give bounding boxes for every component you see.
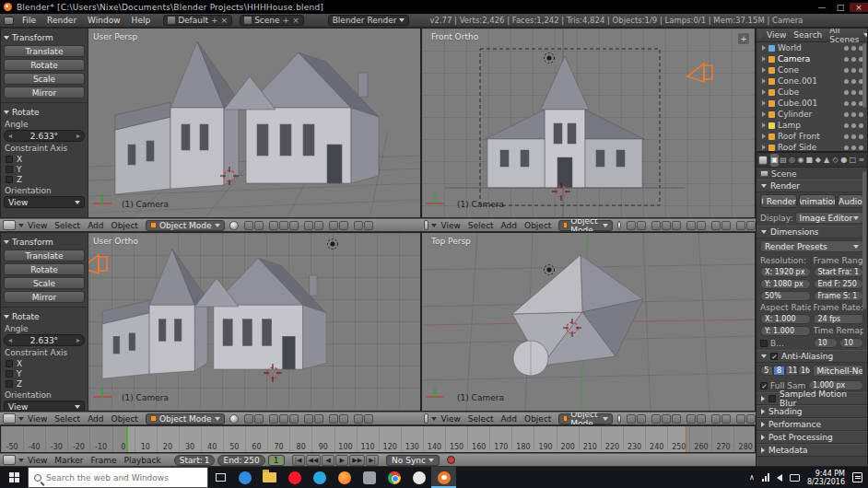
- mode-dropdown[interactable]: Object Mode: [146, 413, 225, 424]
- magnet-icon[interactable]: [711, 221, 721, 230]
- display-dropdown[interactable]: Image Editor: [795, 212, 863, 224]
- view-menu[interactable]: View: [24, 414, 51, 424]
- object-name[interactable]: Cylinder: [778, 110, 844, 119]
- editor-type-icon[interactable]: [758, 156, 768, 165]
- select-menu[interactable]: Select: [464, 414, 498, 424]
- layers-icon[interactable]: [304, 221, 313, 230]
- viewport-top-persp[interactable]: Top Persp (1) Camera: [421, 232, 756, 412]
- taskbar-app-explorer[interactable]: [257, 467, 282, 488]
- mode-dropdown[interactable]: Object Mode: [558, 413, 612, 424]
- playback-menu[interactable]: Playback: [121, 456, 165, 465]
- editor-type-icon[interactable]: [3, 220, 16, 230]
- render-panel-header[interactable]: Render: [757, 180, 867, 192]
- visibility-icon[interactable]: [844, 123, 849, 128]
- lamp-object[interactable]: [328, 239, 338, 250]
- magnet-icon[interactable]: [329, 221, 338, 230]
- translate-manipulator-icon[interactable]: [269, 221, 278, 230]
- constraint-z-checkbox[interactable]: Z: [6, 378, 85, 389]
- prev-keyframe-button[interactable]: ◀◀: [306, 455, 322, 466]
- object-name[interactable]: Camera: [778, 54, 844, 64]
- select-menu[interactable]: Select: [51, 221, 84, 230]
- viewport-shading-icon[interactable]: [617, 221, 621, 230]
- outliner-item-cube[interactable]: Cube: [757, 87, 867, 98]
- object-name[interactable]: Roof Front: [778, 132, 844, 141]
- restrict-icons[interactable]: [844, 57, 863, 62]
- action-center-icon[interactable]: [852, 472, 862, 482]
- viewport-user-persp[interactable]: Transform Translate Rotate Scale Mirror …: [0, 28, 421, 218]
- taskbar-app-chrome[interactable]: [381, 467, 406, 488]
- tab-world[interactable]: ◉: [797, 154, 804, 167]
- mode-dropdown[interactable]: Object Mode: [146, 220, 225, 231]
- tab-render-layers[interactable]: ▤: [780, 154, 787, 167]
- rotate-manipulator-icon[interactable]: [279, 414, 288, 424]
- opengl-anim-icon[interactable]: [746, 221, 756, 230]
- viewport-shading-icon[interactable]: [617, 414, 621, 424]
- view-menu[interactable]: View: [24, 456, 51, 465]
- renderability-icon[interactable]: [859, 112, 863, 117]
- rotate-manipulator-icon[interactable]: [662, 414, 671, 424]
- transform-manipulator-icons[interactable]: [651, 221, 681, 230]
- editor-type-icon[interactable]: [424, 413, 428, 424]
- scale-button[interactable]: Scale: [4, 73, 85, 85]
- record-button[interactable]: [447, 456, 455, 464]
- add-menu[interactable]: Add: [498, 221, 521, 230]
- volume-icon[interactable]: [777, 474, 782, 482]
- snap-element-icon[interactable]: [339, 414, 348, 424]
- house-model[interactable]: [102, 249, 326, 378]
- add-menu[interactable]: Add: [84, 414, 107, 424]
- performance-panel-header[interactable]: Performance: [757, 418, 867, 431]
- visibility-icon[interactable]: [844, 79, 849, 84]
- sampled-motion-blur-panel-header[interactable]: Sampled Motion Blur: [757, 392, 867, 405]
- visibility-icon[interactable]: [844, 101, 849, 106]
- render-shortcut-icons[interactable]: [354, 221, 373, 230]
- tab-object[interactable]: ■: [805, 154, 813, 167]
- frame-rate-dropdown[interactable]: 24 fps: [814, 314, 864, 324]
- timeline-editor[interactable]: -50-40-30-20-100102030405060708090100110…: [0, 425, 756, 453]
- pivot-icons[interactable]: [244, 221, 264, 230]
- region-expand-button[interactable]: +: [738, 33, 749, 44]
- scrollbar[interactable]: [862, 171, 866, 309]
- editor-type-icon[interactable]: [759, 30, 761, 40]
- layer-icons[interactable]: [686, 414, 706, 424]
- house-model[interactable]: [115, 41, 379, 194]
- restrict-icons[interactable]: [844, 101, 863, 106]
- renderability-icon[interactable]: [859, 145, 863, 150]
- transform-panel-header[interactable]: Transform: [4, 32, 85, 43]
- task-view-button[interactable]: [208, 467, 232, 488]
- taskbar-app-edge[interactable]: [232, 467, 257, 488]
- object-name[interactable]: Cone.001: [778, 76, 844, 86]
- taskbar-app-store[interactable]: [357, 467, 381, 488]
- taskbar-app-opera[interactable]: [282, 467, 307, 488]
- visibility-icon[interactable]: [844, 112, 849, 117]
- scrollbar[interactable]: [862, 43, 866, 108]
- outliner-item-roof-front[interactable]: Roof Front: [757, 131, 867, 142]
- pivot-icon[interactable]: [244, 414, 253, 424]
- snap-icons[interactable]: [711, 414, 731, 424]
- selectability-icon[interactable]: [851, 57, 856, 62]
- pivot-icon[interactable]: [244, 221, 253, 230]
- aa-filter-dropdown[interactable]: Mitchell-Ne: [813, 365, 863, 377]
- scene-selector[interactable]: Scene + ×: [240, 15, 304, 26]
- viewport-front-ortho[interactable]: Front Ortho (1) Camera +: [421, 28, 756, 218]
- viewport-shading-icon[interactable]: [229, 221, 239, 230]
- viewport-shading-icon[interactable]: [229, 414, 239, 424]
- manipulator-icon[interactable]: [637, 221, 646, 230]
- taskbar-app-firefox[interactable]: [332, 467, 357, 488]
- visibility-icon[interactable]: [844, 46, 849, 51]
- scale-manipulator-icon[interactable]: [289, 221, 299, 230]
- lamp-object[interactable]: [545, 53, 555, 64]
- expand-icon[interactable]: [762, 134, 766, 139]
- constraint-x-checkbox[interactable]: X: [6, 154, 85, 164]
- snap-element-icon[interactable]: [339, 221, 348, 230]
- outliner-item-cylinder[interactable]: Cylinder: [757, 109, 867, 120]
- metadata-panel-header[interactable]: Metadata: [757, 444, 867, 457]
- taskbar-app-generic[interactable]: [406, 467, 431, 488]
- selectability-icon[interactable]: [851, 123, 856, 128]
- view-menu[interactable]: View: [437, 221, 463, 230]
- viewport-3d-scene[interactable]: [422, 233, 756, 412]
- rotate-manipulator-icon[interactable]: [662, 221, 671, 230]
- search-menu[interactable]: Search: [791, 30, 825, 40]
- render-presets-dropdown[interactable]: Render Presets: [760, 240, 863, 252]
- dimensions-panel-header[interactable]: Dimensions: [757, 226, 867, 238]
- house-model[interactable]: [445, 56, 685, 188]
